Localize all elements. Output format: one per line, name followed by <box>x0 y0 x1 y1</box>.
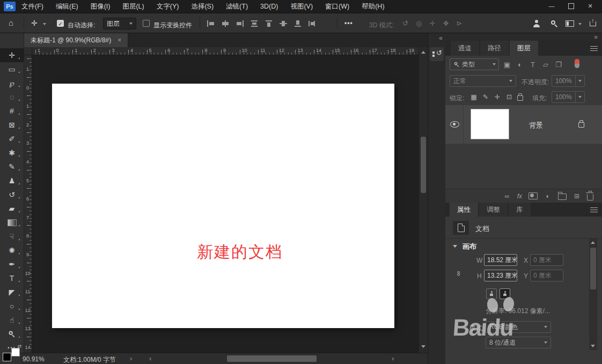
tool-ellipse[interactable]: ○ <box>0 299 24 313</box>
maximize-button[interactable] <box>561 0 581 12</box>
align-horizontal-center-icon[interactable] <box>222 20 229 27</box>
scroll-up-icon[interactable] <box>421 51 425 54</box>
tool-zoom[interactable] <box>0 327 24 341</box>
tool-pen[interactable]: ✒ <box>0 257 24 271</box>
scrollbar-thumb[interactable] <box>590 248 596 289</box>
menu-item-4[interactable]: 文字(Y) <box>157 2 179 11</box>
layer-visibility-eye-icon[interactable] <box>450 121 459 128</box>
expand-dock-icon[interactable]: « <box>439 34 443 42</box>
x-field[interactable]: 0 厘米 <box>530 254 563 266</box>
swap-colors-icon[interactable]: ⇄ <box>17 344 21 349</box>
link-dimensions-icon[interactable]: ∞ <box>455 262 464 285</box>
menu-item-10[interactable]: 帮助(H) <box>362 2 384 11</box>
layer-filter-dropdown[interactable]: 类型 <box>450 58 499 70</box>
tool-gradient[interactable] <box>0 216 24 229</box>
blend-mode-dropdown[interactable]: 正常 <box>450 75 516 87</box>
opacity-dropdown[interactable]: 100% <box>552 75 585 87</box>
vertical-scrollbar-thumb[interactable] <box>421 137 426 193</box>
adjustment-icon[interactable]: ◐ <box>544 192 552 200</box>
panel-menu-icon[interactable] <box>590 46 598 51</box>
collapse-panels-icon[interactable]: » <box>594 33 598 41</box>
adjustment-filter-icon[interactable]: ◐ <box>516 61 524 69</box>
layer-style-icon[interactable]: fx <box>517 192 522 200</box>
tool-eraser[interactable]: ▰ <box>0 202 24 216</box>
portrait-orientation-button[interactable] <box>486 288 497 299</box>
document-tab[interactable]: 未标题-1 @ 90.9%(RGB/8#) × <box>24 33 128 47</box>
tab-close-icon[interactable]: × <box>118 36 121 44</box>
delete-icon[interactable] <box>587 194 593 200</box>
section-collapse-icon[interactable] <box>453 245 457 248</box>
width-field[interactable]: 18.52 厘米 <box>484 254 517 266</box>
lock-all-icon[interactable] <box>517 95 523 101</box>
add-mask-icon[interactable] <box>528 192 538 199</box>
menu-item-8[interactable]: 视图(V) <box>290 2 313 11</box>
tool-rectangular-marquee[interactable]: ▭ <box>0 62 24 76</box>
foreground-color-swatch[interactable] <box>3 353 11 361</box>
3d-camera-icon[interactable]: ⊳ <box>457 19 462 27</box>
properties-panel-tab-1[interactable]: 调整 <box>479 203 508 217</box>
menu-item-2[interactable]: 图像(I) <box>91 2 111 11</box>
horizontal-ruler[interactable]: 1012345678910111213141516171819 <box>32 47 419 55</box>
tool-frame[interactable]: ⊠ <box>0 118 24 132</box>
tool-move[interactable]: ✛ <box>0 48 24 62</box>
canvas-section-title[interactable]: 画布 <box>462 242 476 251</box>
type-filter-icon[interactable]: T <box>529 61 537 69</box>
more-options-icon[interactable]: ••• <box>344 19 353 27</box>
history-panel-button[interactable] <box>430 47 444 61</box>
tool-hand[interactable]: ☝ <box>0 313 24 327</box>
new-layer-icon[interactable]: ⊞ <box>573 192 581 200</box>
tool-crop[interactable]: # <box>0 104 24 118</box>
landscape-orientation-button[interactable] <box>500 288 510 299</box>
close-button[interactable]: ✕ <box>581 0 600 12</box>
3d-roll-icon[interactable]: ◎ <box>416 19 422 27</box>
layers-panel-tab-0[interactable]: 通道 <box>451 41 479 56</box>
menu-item-5[interactable]: 选择(S) <box>191 2 214 11</box>
scroll-right-icon[interactable]: › <box>392 354 394 362</box>
lock-transparent-icon[interactable]: ▦ <box>470 93 478 101</box>
status-popup-icon[interactable]: › <box>130 354 132 362</box>
minimize-button[interactable]: — <box>542 0 561 12</box>
zoom-level[interactable]: 90.91% <box>23 355 45 363</box>
menu-item-7[interactable]: 3D(D) <box>260 3 278 10</box>
account-icon[interactable] <box>532 19 541 28</box>
tool-type[interactable]: T <box>0 271 24 285</box>
canvas-vertical-scrollbar[interactable] <box>419 47 428 353</box>
auto-select-checkbox[interactable] <box>57 20 64 27</box>
align-left-icon[interactable] <box>207 20 215 27</box>
filter-toggle-icon[interactable] <box>575 59 579 68</box>
chevron-down-icon[interactable] <box>578 23 582 25</box>
pixel-filter-icon[interactable]: ▣ <box>503 61 511 69</box>
home-icon[interactable]: ⌂ <box>9 18 13 27</box>
tool-lasso[interactable]: ℘ <box>0 76 24 90</box>
layers-panel-tab-1[interactable]: 路径 <box>480 41 509 56</box>
color-swatches[interactable]: ⇄ <box>2 347 21 362</box>
smart-object-filter-icon[interactable]: ❐ <box>555 61 562 69</box>
panel-menu-icon[interactable] <box>590 207 598 212</box>
fill-dropdown[interactable]: 100% <box>552 91 585 103</box>
vertical-ruler[interactable]: 101234567891011121314 <box>24 55 32 353</box>
menu-item-3[interactable]: 图层(L) <box>122 2 144 11</box>
tool-eyedropper[interactable]: ✐ <box>0 132 24 146</box>
scroll-down-icon[interactable] <box>421 345 425 348</box>
scroll-up-icon[interactable] <box>591 241 595 244</box>
3d-slide-icon[interactable]: ❖ <box>443 19 449 27</box>
height-field[interactable]: 13.23 厘米 <box>484 270 517 281</box>
layers-panel-tab-2[interactable]: 图层 <box>510 41 538 56</box>
distribute-vertical-icon[interactable] <box>309 20 316 27</box>
canvas-viewport[interactable]: 新建的文档 <box>32 55 419 353</box>
y-field[interactable]: 0 厘米 <box>530 270 563 281</box>
scroll-down-icon[interactable] <box>591 345 595 347</box>
resolution-value[interactable]: 96.012 像素/... <box>509 307 550 315</box>
align-bottom-icon[interactable] <box>294 20 302 27</box>
align-right-icon[interactable] <box>236 20 244 27</box>
menu-item-1[interactable]: 编辑(E) <box>56 2 78 11</box>
tool-path-selection[interactable]: ◤ <box>0 285 24 299</box>
menu-item-6[interactable]: 滤镜(T) <box>226 2 248 11</box>
auto-select-target-dropdown[interactable]: 图层 <box>103 18 136 29</box>
share-icon[interactable] <box>589 19 597 26</box>
move-tool-preset-icon[interactable]: ✛ <box>31 19 38 27</box>
properties-scrollbar[interactable] <box>589 239 597 350</box>
properties-panel-tab-0[interactable]: 属性 <box>450 203 478 217</box>
tool-sponge[interactable]: ✺ <box>0 243 24 257</box>
properties-panel-tab-2[interactable]: 库 <box>509 203 531 217</box>
